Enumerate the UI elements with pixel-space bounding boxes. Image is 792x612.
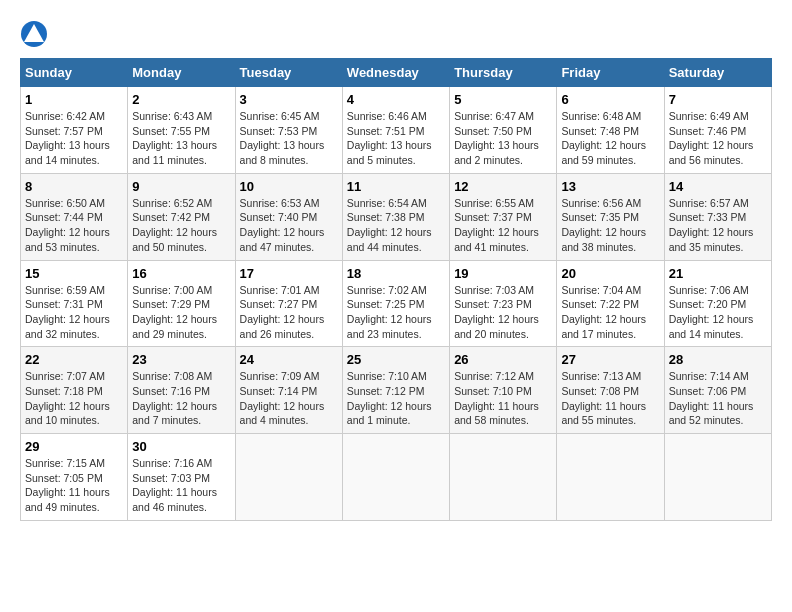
day-number: 30	[132, 439, 230, 454]
day-number: 25	[347, 352, 445, 367]
calendar-day-cell: 24Sunrise: 7:09 AM Sunset: 7:14 PM Dayli…	[235, 347, 342, 434]
day-number: 14	[669, 179, 767, 194]
calendar-day-cell: 25Sunrise: 7:10 AM Sunset: 7:12 PM Dayli…	[342, 347, 449, 434]
calendar-day-cell	[235, 434, 342, 521]
day-info: Sunrise: 6:49 AM Sunset: 7:46 PM Dayligh…	[669, 109, 767, 168]
day-info: Sunrise: 7:08 AM Sunset: 7:16 PM Dayligh…	[132, 369, 230, 428]
calendar-day-cell: 22Sunrise: 7:07 AM Sunset: 7:18 PM Dayli…	[21, 347, 128, 434]
calendar-week-row: 22Sunrise: 7:07 AM Sunset: 7:18 PM Dayli…	[21, 347, 772, 434]
col-header-friday: Friday	[557, 59, 664, 87]
calendar-day-cell: 29Sunrise: 7:15 AM Sunset: 7:05 PM Dayli…	[21, 434, 128, 521]
day-info: Sunrise: 7:15 AM Sunset: 7:05 PM Dayligh…	[25, 456, 123, 515]
day-info: Sunrise: 6:57 AM Sunset: 7:33 PM Dayligh…	[669, 196, 767, 255]
calendar-day-cell: 3Sunrise: 6:45 AM Sunset: 7:53 PM Daylig…	[235, 87, 342, 174]
calendar-day-cell: 20Sunrise: 7:04 AM Sunset: 7:22 PM Dayli…	[557, 260, 664, 347]
day-number: 12	[454, 179, 552, 194]
calendar-day-cell: 26Sunrise: 7:12 AM Sunset: 7:10 PM Dayli…	[450, 347, 557, 434]
calendar-day-cell: 16Sunrise: 7:00 AM Sunset: 7:29 PM Dayli…	[128, 260, 235, 347]
day-info: Sunrise: 7:02 AM Sunset: 7:25 PM Dayligh…	[347, 283, 445, 342]
calendar-day-cell: 8Sunrise: 6:50 AM Sunset: 7:44 PM Daylig…	[21, 173, 128, 260]
col-header-sunday: Sunday	[21, 59, 128, 87]
calendar-table: SundayMondayTuesdayWednesdayThursdayFrid…	[20, 58, 772, 521]
day-info: Sunrise: 6:56 AM Sunset: 7:35 PM Dayligh…	[561, 196, 659, 255]
day-number: 23	[132, 352, 230, 367]
calendar-day-cell: 7Sunrise: 6:49 AM Sunset: 7:46 PM Daylig…	[664, 87, 771, 174]
col-header-saturday: Saturday	[664, 59, 771, 87]
day-info: Sunrise: 6:50 AM Sunset: 7:44 PM Dayligh…	[25, 196, 123, 255]
calendar-day-cell: 5Sunrise: 6:47 AM Sunset: 7:50 PM Daylig…	[450, 87, 557, 174]
day-info: Sunrise: 6:46 AM Sunset: 7:51 PM Dayligh…	[347, 109, 445, 168]
day-info: Sunrise: 7:07 AM Sunset: 7:18 PM Dayligh…	[25, 369, 123, 428]
calendar-day-cell: 2Sunrise: 6:43 AM Sunset: 7:55 PM Daylig…	[128, 87, 235, 174]
calendar-day-cell: 19Sunrise: 7:03 AM Sunset: 7:23 PM Dayli…	[450, 260, 557, 347]
calendar-day-cell: 30Sunrise: 7:16 AM Sunset: 7:03 PM Dayli…	[128, 434, 235, 521]
day-number: 5	[454, 92, 552, 107]
calendar-day-cell: 17Sunrise: 7:01 AM Sunset: 7:27 PM Dayli…	[235, 260, 342, 347]
logo-icon	[20, 20, 48, 48]
calendar-week-row: 8Sunrise: 6:50 AM Sunset: 7:44 PM Daylig…	[21, 173, 772, 260]
day-info: Sunrise: 7:03 AM Sunset: 7:23 PM Dayligh…	[454, 283, 552, 342]
day-number: 15	[25, 266, 123, 281]
day-number: 16	[132, 266, 230, 281]
day-info: Sunrise: 6:54 AM Sunset: 7:38 PM Dayligh…	[347, 196, 445, 255]
day-number: 8	[25, 179, 123, 194]
calendar-day-cell: 9Sunrise: 6:52 AM Sunset: 7:42 PM Daylig…	[128, 173, 235, 260]
day-number: 22	[25, 352, 123, 367]
day-info: Sunrise: 7:13 AM Sunset: 7:08 PM Dayligh…	[561, 369, 659, 428]
day-info: Sunrise: 6:47 AM Sunset: 7:50 PM Dayligh…	[454, 109, 552, 168]
day-number: 6	[561, 92, 659, 107]
day-info: Sunrise: 6:52 AM Sunset: 7:42 PM Dayligh…	[132, 196, 230, 255]
calendar-day-cell	[342, 434, 449, 521]
day-number: 10	[240, 179, 338, 194]
day-number: 13	[561, 179, 659, 194]
calendar-day-cell: 18Sunrise: 7:02 AM Sunset: 7:25 PM Dayli…	[342, 260, 449, 347]
calendar-day-cell: 10Sunrise: 6:53 AM Sunset: 7:40 PM Dayli…	[235, 173, 342, 260]
day-number: 27	[561, 352, 659, 367]
day-number: 26	[454, 352, 552, 367]
day-number: 7	[669, 92, 767, 107]
day-info: Sunrise: 7:14 AM Sunset: 7:06 PM Dayligh…	[669, 369, 767, 428]
calendar-day-cell: 23Sunrise: 7:08 AM Sunset: 7:16 PM Dayli…	[128, 347, 235, 434]
day-info: Sunrise: 7:09 AM Sunset: 7:14 PM Dayligh…	[240, 369, 338, 428]
calendar-day-cell: 6Sunrise: 6:48 AM Sunset: 7:48 PM Daylig…	[557, 87, 664, 174]
day-info: Sunrise: 6:59 AM Sunset: 7:31 PM Dayligh…	[25, 283, 123, 342]
calendar-day-cell: 14Sunrise: 6:57 AM Sunset: 7:33 PM Dayli…	[664, 173, 771, 260]
day-number: 3	[240, 92, 338, 107]
day-number: 4	[347, 92, 445, 107]
day-info: Sunrise: 7:12 AM Sunset: 7:10 PM Dayligh…	[454, 369, 552, 428]
day-info: Sunrise: 7:01 AM Sunset: 7:27 PM Dayligh…	[240, 283, 338, 342]
calendar-day-cell	[557, 434, 664, 521]
calendar-day-cell: 27Sunrise: 7:13 AM Sunset: 7:08 PM Dayli…	[557, 347, 664, 434]
calendar-day-cell: 4Sunrise: 6:46 AM Sunset: 7:51 PM Daylig…	[342, 87, 449, 174]
calendar-day-cell: 13Sunrise: 6:56 AM Sunset: 7:35 PM Dayli…	[557, 173, 664, 260]
day-number: 21	[669, 266, 767, 281]
calendar-week-row: 1Sunrise: 6:42 AM Sunset: 7:57 PM Daylig…	[21, 87, 772, 174]
logo	[20, 20, 50, 48]
calendar-day-cell	[450, 434, 557, 521]
day-info: Sunrise: 6:43 AM Sunset: 7:55 PM Dayligh…	[132, 109, 230, 168]
calendar-day-cell: 12Sunrise: 6:55 AM Sunset: 7:37 PM Dayli…	[450, 173, 557, 260]
calendar-day-cell: 1Sunrise: 6:42 AM Sunset: 7:57 PM Daylig…	[21, 87, 128, 174]
calendar-day-cell: 28Sunrise: 7:14 AM Sunset: 7:06 PM Dayli…	[664, 347, 771, 434]
day-number: 2	[132, 92, 230, 107]
day-info: Sunrise: 7:06 AM Sunset: 7:20 PM Dayligh…	[669, 283, 767, 342]
calendar-header-row: SundayMondayTuesdayWednesdayThursdayFrid…	[21, 59, 772, 87]
day-info: Sunrise: 7:10 AM Sunset: 7:12 PM Dayligh…	[347, 369, 445, 428]
col-header-tuesday: Tuesday	[235, 59, 342, 87]
day-info: Sunrise: 6:45 AM Sunset: 7:53 PM Dayligh…	[240, 109, 338, 168]
col-header-monday: Monday	[128, 59, 235, 87]
day-number: 29	[25, 439, 123, 454]
day-info: Sunrise: 6:55 AM Sunset: 7:37 PM Dayligh…	[454, 196, 552, 255]
calendar-day-cell: 11Sunrise: 6:54 AM Sunset: 7:38 PM Dayli…	[342, 173, 449, 260]
calendar-day-cell: 21Sunrise: 7:06 AM Sunset: 7:20 PM Dayli…	[664, 260, 771, 347]
calendar-week-row: 15Sunrise: 6:59 AM Sunset: 7:31 PM Dayli…	[21, 260, 772, 347]
day-info: Sunrise: 6:42 AM Sunset: 7:57 PM Dayligh…	[25, 109, 123, 168]
col-header-thursday: Thursday	[450, 59, 557, 87]
day-info: Sunrise: 7:00 AM Sunset: 7:29 PM Dayligh…	[132, 283, 230, 342]
day-info: Sunrise: 7:04 AM Sunset: 7:22 PM Dayligh…	[561, 283, 659, 342]
day-number: 24	[240, 352, 338, 367]
day-number: 1	[25, 92, 123, 107]
day-info: Sunrise: 6:48 AM Sunset: 7:48 PM Dayligh…	[561, 109, 659, 168]
calendar-week-row: 29Sunrise: 7:15 AM Sunset: 7:05 PM Dayli…	[21, 434, 772, 521]
calendar-day-cell	[664, 434, 771, 521]
